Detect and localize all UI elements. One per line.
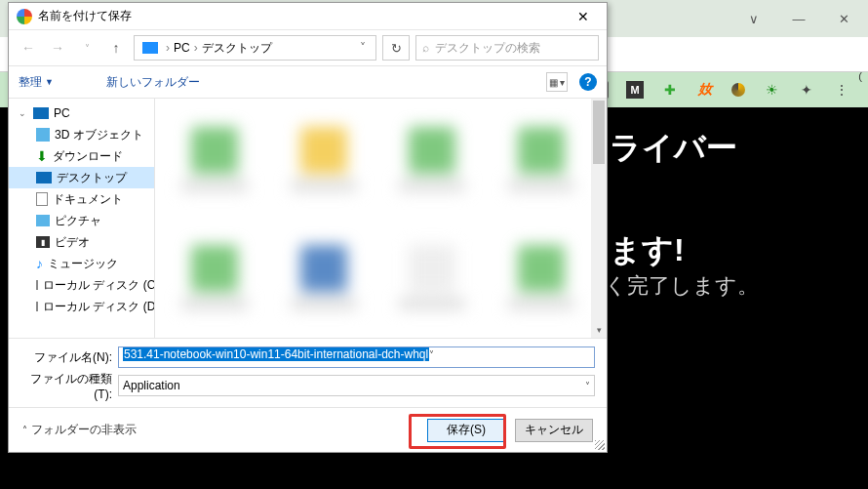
search-icon: ⌕ — [422, 41, 429, 55]
recent-dropdown[interactable]: ˅ — [75, 36, 99, 60]
tree-node-3d[interactable]: 3D オブジェクト — [9, 124, 154, 145]
search-input[interactable]: ⌕ デスクトップの検索 — [415, 35, 599, 61]
pc-icon — [142, 42, 158, 54]
pc-icon — [33, 107, 49, 119]
refresh-button[interactable]: ↻ — [382, 35, 410, 61]
ext-m-icon[interactable]: M — [626, 81, 644, 99]
file-list[interactable]: ▾ — [155, 99, 607, 338]
resize-grip[interactable] — [595, 440, 605, 450]
browser-restore-icon[interactable]: ∨ — [747, 12, 761, 25]
folder-tree[interactable]: ⌄PC 3D オブジェクト ⬇ダウンロード デスクトップ ドキュメント ピクチャ… — [9, 99, 155, 338]
path-dropdown-icon[interactable]: ˅ — [354, 41, 372, 55]
page-heading-2: ます! — [610, 229, 685, 272]
filename-label: ファイル名(N): — [20, 349, 118, 366]
tree-node-documents[interactable]: ドキュメント — [9, 188, 154, 210]
dialog-toolbar: 整理▼ 新しいフォルダー ▦ ▾ ? — [9, 65, 607, 99]
tree-node-downloads[interactable]: ⬇ダウンロード — [9, 145, 154, 167]
extensions-puzzle-icon[interactable]: ✦ — [798, 81, 815, 99]
disk-icon — [36, 302, 38, 311]
chevron-up-icon: ˄ — [22, 425, 27, 435]
dialog-navbar: ← → ˅ ↑ › PC › デスクトップ ˅ ↻ ⌕ デスクトップの検索 — [9, 30, 607, 65]
forward-button: → — [46, 36, 69, 60]
hide-folders-toggle[interactable]: ˄フォルダーの非表示 — [22, 422, 137, 438]
ext-ga-icon[interactable]: 奻 — [696, 81, 714, 99]
help-button[interactable]: ? — [579, 73, 597, 91]
path-seg-desktop[interactable]: デスクトップ — [202, 40, 272, 57]
filename-input[interactable]: 531.41-notebook-win10-win11-64bit-intern… — [118, 346, 595, 368]
download-icon: ⬇ — [36, 148, 48, 164]
chevron-right-icon[interactable]: › — [192, 41, 200, 55]
stray-char: ( — [858, 70, 862, 82]
ext-plus-icon[interactable]: ✚ — [661, 81, 679, 99]
tree-node-disk-d[interactable]: ローカル ディスク (D:) — [9, 296, 154, 317]
dialog-title: 名前を付けて保存 — [38, 8, 564, 24]
picture-icon — [36, 215, 50, 226]
tree-node-desktop[interactable]: デスクトップ — [9, 167, 154, 188]
browser-menu-icon[interactable]: ⋮ — [833, 81, 850, 99]
up-button[interactable]: ↑ — [104, 36, 128, 60]
desktop-icon — [36, 172, 52, 183]
scroll-down-icon[interactable]: ▾ — [591, 322, 607, 338]
browser-close-icon[interactable]: ✕ — [837, 12, 850, 25]
filetype-label: ファイルの種類(T): — [20, 371, 118, 401]
page-heading-1: ライバー — [610, 127, 737, 170]
dialog-footer: ˄フォルダーの非表示 保存(S) キャンセル — [9, 407, 607, 452]
browser-line-icon: — — [792, 12, 806, 25]
tree-node-videos[interactable]: ▮ビデオ — [9, 231, 154, 253]
document-icon — [36, 192, 48, 206]
new-folder-button[interactable]: 新しいフォルダー — [106, 74, 200, 91]
save-button[interactable]: 保存(S) — [427, 419, 505, 442]
tree-node-pc[interactable]: ⌄PC — [9, 102, 154, 124]
tree-node-music[interactable]: ♪ミュージック — [9, 253, 154, 274]
tree-node-disk-c[interactable]: ローカル ディスク (C:) — [9, 274, 154, 296]
save-as-dialog: 名前を付けて保存 ✕ ← → ˅ ↑ › PC › デスクトップ ˅ ↻ ⌕ デ… — [8, 2, 608, 453]
scrollbar-thumb[interactable] — [593, 101, 605, 164]
organize-menu[interactable]: 整理▼ — [19, 74, 54, 91]
page-subline: く完了します。 — [605, 271, 759, 301]
search-placeholder: デスクトップの検索 — [435, 40, 540, 57]
filetype-select[interactable]: Application˅ — [118, 375, 595, 396]
cancel-button[interactable]: キャンセル — [515, 419, 593, 442]
chrome-icon — [17, 9, 32, 24]
ext-green-icon[interactable]: ☀ — [763, 81, 780, 99]
video-icon: ▮ — [36, 236, 50, 248]
dialog-close-button[interactable]: ✕ — [564, 6, 603, 27]
address-path[interactable]: › PC › デスクトップ ˅ — [134, 35, 376, 61]
3d-icon — [36, 128, 50, 142]
disk-icon — [36, 280, 38, 290]
back-button[interactable]: ← — [17, 36, 40, 60]
dialog-titlebar: 名前を付けて保存 ✕ — [9, 3, 607, 30]
path-seg-pc[interactable]: PC — [174, 41, 190, 55]
chevron-right-icon[interactable]: › — [164, 41, 172, 55]
filename-dropdown-icon[interactable]: ˅ — [429, 349, 434, 360]
file-items-blurred — [165, 104, 591, 332]
ext-circle-icon[interactable] — [731, 83, 745, 97]
file-list-scrollbar[interactable]: ▾ — [591, 99, 607, 338]
view-mode-button[interactable]: ▦ ▾ — [546, 72, 568, 92]
tree-node-pictures[interactable]: ピクチャ — [9, 210, 154, 231]
filetype-dropdown-icon[interactable]: ˅ — [585, 381, 590, 391]
music-icon: ♪ — [36, 256, 43, 271]
save-fields: ファイル名(N): 531.41-notebook-win10-win11-64… — [9, 338, 607, 407]
